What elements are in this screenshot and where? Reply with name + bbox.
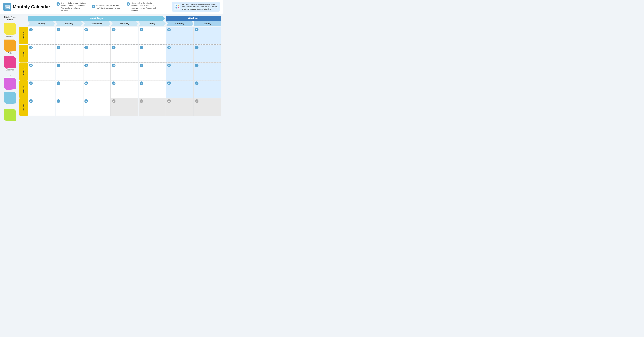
date-badge-30: 30 — [57, 99, 60, 103]
date-badge-15: 15 — [29, 64, 33, 67]
date-badge-02: 02 — [57, 28, 60, 32]
conceptboard-logo — [174, 4, 180, 10]
date-badge-27: 27 — [112, 99, 116, 103]
sticky-stack-blue[interactable] — [4, 92, 16, 104]
day-header-friday: Friday — [138, 21, 166, 26]
step-2-num: 2 — [92, 5, 95, 8]
step-1-text: Start by defining what initiatives will … — [61, 2, 87, 12]
section-weekdays-label: Week Days — [28, 16, 165, 21]
sidebar-dots-2: ... — [2, 104, 18, 108]
promo-text: Get the full Conceptboard experience by … — [182, 4, 218, 10]
cal-cell-week2-day2[interactable]: 09 — [56, 45, 83, 62]
cal-cell-week4-day6[interactable]: 27 — [166, 80, 194, 98]
cal-cell-week5-day5[interactable]: 28 — [138, 98, 166, 116]
date-badge-28: 28 — [195, 82, 198, 85]
cal-cell-week3-day1[interactable]: 15 — [28, 63, 55, 80]
date-badge-23: 23 — [57, 82, 60, 85]
date-badge-27: 27 — [167, 82, 171, 85]
day-header-wednesday: Wednesday — [83, 21, 110, 26]
date-badge-18: 18 — [112, 64, 116, 67]
cal-cell-week4-day5[interactable]: 26 — [138, 80, 166, 98]
cal-cell-week1-day7[interactable]: 07 — [194, 27, 221, 44]
date-badge-20: 20 — [167, 64, 171, 67]
cal-cell-week5-day3[interactable]: 31 — [83, 98, 110, 116]
date-badge-22: 22 — [29, 82, 33, 85]
page-title: Monthly Calendar — [13, 4, 50, 10]
date-badge-04: 04 — [112, 28, 116, 32]
cal-cell-week3-day7[interactable]: 21 — [194, 63, 221, 80]
cal-cell-week4-day2[interactable]: 23 — [56, 80, 83, 98]
date-badge-03: 03 — [84, 28, 88, 32]
cal-cell-week2-day4[interactable]: 11 — [111, 45, 138, 62]
cal-cell-week4-day1[interactable]: 22 — [28, 80, 55, 98]
steps-area: 1 Start by defining what initiatives wil… — [56, 2, 169, 12]
date-badge-19: 19 — [140, 64, 143, 67]
cal-cell-week1-day1[interactable]: 01 — [28, 27, 55, 44]
cal-cell-week5-day6[interactable]: 29 — [166, 98, 194, 116]
day-header-saturday: Saturday — [166, 21, 194, 26]
week-label-2: Week 2 — [20, 45, 28, 62]
sidebar-title: Sticky Note Stash — [2, 16, 18, 21]
calendar-row-week-4: Week 422232425262728 — [20, 80, 221, 98]
cal-cell-week3-day6[interactable]: 20 — [166, 63, 194, 80]
cal-cell-week1-day2[interactable]: 02 — [56, 27, 83, 44]
sidebar-dots-1: ... — [2, 73, 18, 76]
cal-cell-week5-day2[interactable]: 30 — [56, 98, 83, 116]
cal-cell-week3-day4[interactable]: 18 — [111, 63, 138, 80]
section-weekend-label: Weekend — [166, 16, 221, 21]
cal-cell-week2-day3[interactable]: 10 — [83, 45, 110, 62]
cal-cell-week2-day6[interactable]: 13 — [166, 45, 194, 62]
cal-cell-week3-day3[interactable]: 17 — [83, 63, 110, 80]
step-2-text: Place each sticky on the date you'd like… — [96, 5, 122, 10]
cal-cell-week2-day7[interactable]: 14 — [194, 45, 221, 62]
step-1: 1 Start by defining what initiatives wil… — [56, 2, 87, 12]
sticky-stack-purple[interactable] — [4, 78, 16, 90]
date-badge-29: 29 — [29, 99, 33, 103]
cal-cell-week5-day1[interactable]: 29 — [28, 98, 55, 116]
date-badge-01: 01 — [29, 28, 33, 32]
main-area: Sticky Note Stash Meetings Tasks Deadlin… — [0, 14, 223, 128]
step-3-text: Come back to the calendar every time the… — [132, 2, 157, 12]
sticky-label-tasks: Tasks — [2, 52, 18, 54]
sticky-stack-meetings[interactable] — [4, 23, 16, 35]
cal-cell-week4-day4[interactable]: 25 — [111, 80, 138, 98]
date-badge-26: 26 — [140, 82, 143, 85]
date-badge-25: 25 — [112, 82, 116, 85]
step-3-num: 3 — [127, 2, 130, 6]
date-badge-17: 17 — [84, 64, 88, 67]
cal-cell-week1-day4[interactable]: 04 — [111, 27, 138, 44]
sidebar-dots-3: ... — [2, 122, 18, 125]
cal-cell-week1-day6[interactable]: 06 — [166, 27, 194, 44]
cal-cell-week2-day5[interactable]: 12 — [138, 45, 166, 62]
logo-area: Monthly Calendar — [3, 3, 50, 11]
sticky-label-deadlines: Deadlines — [2, 69, 18, 71]
calendar-icon — [3, 3, 11, 11]
date-badge-06: 06 — [167, 28, 171, 32]
cal-cell-week5-day4[interactable]: 27 — [111, 98, 138, 116]
day-header-tuesday: Tuesday — [56, 21, 83, 26]
date-badge-24: 24 — [84, 82, 88, 85]
date-badge-31: 31 — [84, 99, 88, 103]
step-3: 3 Come back to the calendar every time t… — [127, 2, 157, 12]
cal-cell-week3-day2[interactable]: 16 — [56, 63, 83, 80]
promo-banner: Get the full Conceptboard experience by … — [172, 2, 220, 12]
sticky-stack-tasks[interactable] — [4, 40, 16, 52]
header: Monthly Calendar 1 Start by defining wha… — [0, 0, 223, 14]
date-badge-28: 28 — [140, 99, 143, 103]
cal-cell-week1-day3[interactable]: 03 — [83, 27, 110, 44]
date-badge-12: 12 — [140, 46, 143, 49]
calendar-rows: Week 101020304050607Week 208091011121314… — [20, 27, 221, 116]
cal-cell-week1-day5[interactable]: 05 — [138, 27, 166, 44]
svg-rect-1 — [5, 5, 10, 7]
day-header-monday: Monday — [28, 21, 55, 26]
cal-cell-week3-day5[interactable]: 19 — [138, 63, 166, 80]
cal-cell-week2-day1[interactable]: 08 — [28, 45, 55, 62]
week-label-1: Week 1 — [20, 27, 28, 44]
day-header-thursday: Thursday — [111, 21, 138, 26]
sticky-stack-green[interactable] — [4, 109, 16, 121]
cal-cell-week5-day7[interactable]: 30 — [194, 98, 221, 116]
calendar-row-week-1: Week 101020304050607 — [20, 27, 221, 44]
sticky-stack-deadlines[interactable] — [4, 56, 16, 68]
cal-cell-week4-day3[interactable]: 24 — [83, 80, 110, 98]
cal-cell-week4-day7[interactable]: 28 — [194, 80, 221, 98]
